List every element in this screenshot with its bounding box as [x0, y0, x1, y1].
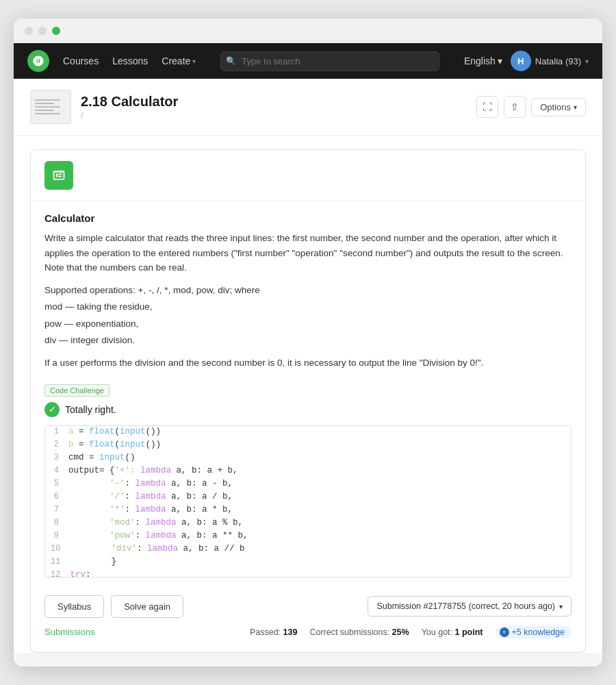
knowledge-badge: + +5 knowledge — [496, 626, 572, 638]
lesson-icon — [44, 161, 73, 190]
division-note: If a user performs the division and the … — [44, 356, 572, 371]
breadcrumb: / — [81, 111, 476, 121]
lesson-title: Calculator — [44, 212, 572, 224]
chevron-down-icon: ▾ — [585, 58, 589, 65]
nav-links: Courses Lessons Create ▾ — [63, 55, 196, 66]
mod-desc: mod — taking the residue, — [44, 299, 572, 315]
stats-row: Passed: 139 Correct submissions: 25% You… — [250, 626, 572, 638]
content-area: 2.18 Calculator / ⛶ ⇧ Options ▾ Calculat… — [14, 79, 602, 653]
bottom-bar: Syllabus Solve again Submission #2177875… — [44, 587, 572, 621]
code-line: 2 b = float(input()) — [45, 439, 571, 452]
options-button[interactable]: Options ▾ — [531, 98, 586, 116]
fullscreen-button[interactable]: ⛶ — [476, 96, 498, 118]
language-selector[interactable]: English ▾ — [464, 55, 502, 66]
code-line: 10 'div': lambda a, b: a // b — [45, 543, 571, 556]
submission-dropdown[interactable]: Submission #21778755 (correct, 20 hours … — [368, 596, 572, 616]
page-title: 2.18 Calculator — [81, 94, 476, 110]
chevron-down-icon: ▾ — [498, 55, 502, 66]
chevron-down-icon: ▾ — [559, 603, 563, 610]
challenge-label: Code Challenge — [44, 384, 110, 397]
chevron-down-icon: ▾ — [574, 103, 577, 111]
lesson-thumbnail — [30, 90, 71, 124]
code-line: 1 a = float(input()) — [45, 426, 571, 439]
user-menu[interactable]: H Natalia (93) ▾ — [511, 51, 589, 71]
search-icon: 🔍 — [226, 56, 236, 66]
card-icon-bar — [31, 150, 585, 201]
success-row: ✓ Totally right. — [44, 402, 572, 417]
code-scroll-area[interactable]: 1 a = float(input()) 2 b = float(input()… — [45, 426, 571, 577]
solve-again-button[interactable]: Solve again — [111, 595, 183, 618]
code-line: 8 'mod': lambda a, b: a % b, — [45, 517, 571, 530]
code-line: 12 try: — [45, 569, 571, 577]
success-icon: ✓ — [44, 402, 60, 417]
div-desc: div — integer division. — [44, 332, 572, 349]
dot-green — [52, 27, 60, 35]
success-text: Totally right. — [65, 404, 116, 415]
username: Natalia (93) — [535, 56, 581, 66]
code-line: 6 '/': lambda a, b: a / b, — [45, 491, 571, 504]
points-stat: You got: 1 point — [422, 627, 483, 637]
main-card: Calculator Write a simple calculator tha… — [30, 149, 586, 653]
passed-stat: Passed: 139 — [250, 627, 298, 637]
syllabus-button[interactable]: Syllabus — [44, 595, 104, 618]
code-line: 11 } — [45, 556, 571, 569]
knowledge-icon: + — [500, 627, 509, 637]
avatar: H — [511, 51, 531, 71]
operations-section: Supported operations: +, -, /, *, mod, p… — [44, 282, 572, 349]
lesson-body: Calculator Write a simple calculator tha… — [31, 201, 585, 652]
code-line: 9 'pow': lambda a, b: a ** b, — [45, 530, 571, 543]
code-line: 5 '-': lambda a, b: a - b, — [45, 478, 571, 491]
nav-logo[interactable] — [27, 50, 49, 72]
navbar: Courses Lessons Create ▾ 🔍 English ▾ H N… — [14, 43, 602, 79]
pow-desc: pow — exponentiation, — [44, 316, 572, 332]
chevron-down-icon: ▾ — [192, 58, 196, 65]
submissions-footer: Submissions Passed: 139 Correct submissi… — [44, 621, 572, 641]
nav-lessons[interactable]: Lessons — [112, 55, 148, 66]
dot-yellow — [38, 27, 47, 35]
submission-select: Submission #21778755 (correct, 20 hours … — [368, 596, 572, 616]
code-line: 4 output= {'+': lambda a, b: a + b, — [45, 465, 571, 478]
page-actions: ⛶ ⇧ Options ▾ — [476, 96, 586, 118]
share-button[interactable]: ⇧ — [504, 96, 526, 118]
nav-create[interactable]: Create ▾ — [162, 55, 196, 66]
dot-red — [25, 27, 33, 35]
submissions-link[interactable]: Submissions — [44, 627, 95, 637]
page-title-wrap: 2.18 Calculator / — [81, 94, 476, 121]
ops-intro: Supported operations: +, -, /, *, mod, p… — [44, 282, 572, 299]
nav-search-wrap: 🔍 — [220, 51, 439, 71]
search-input[interactable] — [220, 51, 439, 71]
page-header: 2.18 Calculator / ⛶ ⇧ Options ▾ — [14, 79, 602, 136]
correct-stat: Correct submissions: 25% — [309, 627, 409, 637]
browser-window: Courses Lessons Create ▾ 🔍 English ▾ H N… — [14, 18, 602, 667]
browser-chrome — [14, 18, 602, 43]
nav-right: English ▾ H Natalia (93) ▾ — [464, 51, 589, 71]
nav-courses[interactable]: Courses — [63, 55, 99, 66]
lesson-description: Write a simple calculator that reads the… — [44, 231, 572, 275]
code-line: 7 '*': lambda a, b: a * b, — [45, 504, 571, 517]
code-editor: 1 a = float(input()) 2 b = float(input()… — [44, 425, 572, 577]
code-line: 3 cmd = input() — [45, 452, 571, 465]
